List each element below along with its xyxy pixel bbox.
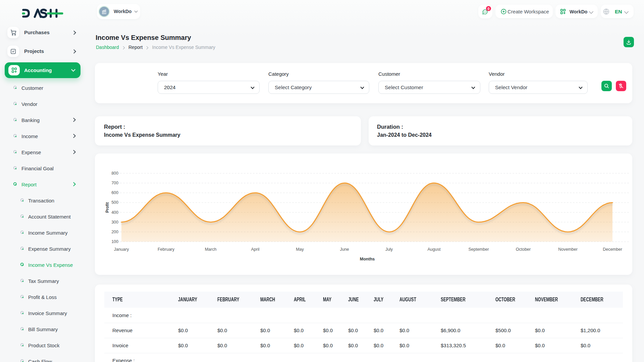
svg-text:November: November (558, 247, 578, 252)
svg-text:September: September (468, 247, 489, 252)
svg-text:April: April (251, 247, 259, 252)
svg-text:300: 300 (111, 220, 118, 225)
svg-text:August: August (428, 247, 441, 252)
svg-text:400: 400 (111, 210, 118, 215)
svg-text:December: December (603, 247, 622, 252)
svg-text:200: 200 (111, 230, 118, 234)
svg-text:February: February (158, 247, 175, 252)
svg-text:800: 800 (111, 171, 118, 176)
svg-text:100: 100 (111, 239, 118, 244)
svg-text:October: October (516, 247, 531, 252)
svg-text:Months: Months (360, 257, 375, 261)
svg-text:July: July (385, 247, 393, 252)
svg-text:700: 700 (111, 181, 118, 185)
svg-text:June: June (340, 247, 349, 252)
svg-text:March: March (205, 247, 217, 252)
svg-text:500: 500 (111, 200, 118, 205)
svg-text:January: January (114, 247, 129, 252)
svg-text:Profit: Profit (105, 202, 110, 213)
svg-text:600: 600 (111, 190, 118, 195)
svg-text:May: May (296, 247, 304, 252)
